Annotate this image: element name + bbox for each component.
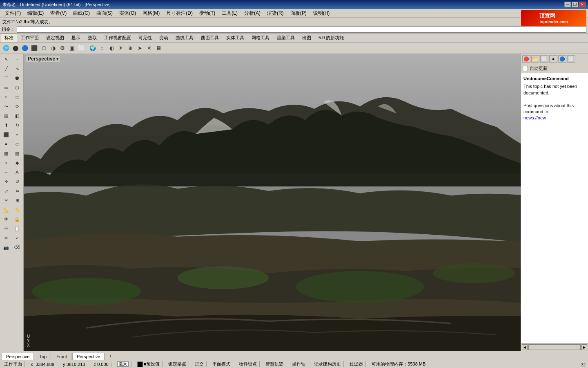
toolbar-tab-1[interactable]: 工作平面 bbox=[17, 34, 42, 42]
menu-item-P[interactable]: 面板(P) bbox=[287, 9, 310, 18]
menu-item-E[interactable]: 编辑(E) bbox=[24, 9, 47, 18]
loft-icon[interactable]: ◧ bbox=[12, 111, 22, 120]
close-button[interactable]: ✕ bbox=[579, 2, 586, 7]
globe-icon[interactable]: 🌐 bbox=[2, 44, 11, 53]
bottom-tab-0[interactable]: Perspective bbox=[2, 353, 34, 360]
move-icon[interactable]: ✛ bbox=[1, 177, 11, 186]
globe2-icon[interactable]: 🌍 bbox=[88, 44, 97, 53]
bottom-tab-1[interactable]: Top bbox=[35, 353, 51, 360]
toolbar-tab-3[interactable]: 显示 bbox=[68, 34, 84, 42]
pt-icon[interactable]: • bbox=[1, 158, 11, 167]
cyl-icon[interactable]: ⬭ bbox=[12, 139, 22, 148]
tech-icon[interactable]: ⚙ bbox=[58, 44, 67, 53]
snap-toggle[interactable]: 物件锁点 bbox=[236, 361, 260, 367]
operation-axis[interactable]: 操作轴 bbox=[290, 361, 308, 367]
camera-icon[interactable]: 📷 bbox=[1, 243, 11, 252]
right-btn-square[interactable]: ⬜ bbox=[567, 55, 575, 63]
monitor-icon[interactable]: 🖥 bbox=[154, 44, 163, 53]
menu-item-V[interactable]: 查看(V) bbox=[47, 9, 70, 18]
viewport-canvas[interactable]: U Y X bbox=[24, 54, 521, 351]
hide-icon[interactable]: 👁 bbox=[1, 215, 11, 224]
pt2-icon[interactable]: ◆ bbox=[12, 158, 22, 167]
toolbar-tab-6[interactable]: 可见性 bbox=[135, 34, 156, 42]
right-btn-folder[interactable]: 📁 bbox=[531, 55, 539, 63]
circle-icon[interactable]: ○ bbox=[98, 44, 107, 53]
toolbar-tab-10[interactable]: 实体工具 bbox=[223, 34, 248, 42]
shaded-icon[interactable]: ⬛ bbox=[30, 44, 39, 53]
cross-icon[interactable]: ✕ bbox=[145, 44, 154, 53]
lock-grid[interactable]: 锁定格点 bbox=[166, 361, 189, 367]
menu-item-R[interactable]: 渲染(R) bbox=[264, 9, 287, 18]
circle2-icon[interactable]: ○ bbox=[1, 92, 11, 101]
filter-btn[interactable]: 过滤器 bbox=[347, 361, 366, 367]
menu-item-C[interactable]: 曲线(C) bbox=[70, 9, 93, 18]
layer-icon[interactable]: ☰ bbox=[1, 224, 11, 233]
menu-item-H[interactable]: 说明(H) bbox=[310, 9, 333, 18]
circle-half-icon[interactable]: ◐ bbox=[107, 44, 116, 53]
arrow-icon[interactable]: ➤ bbox=[135, 44, 144, 53]
prop-icon[interactable]: 📋 bbox=[12, 224, 22, 233]
dot-icon[interactable]: · bbox=[12, 55, 22, 64]
menu-item-T[interactable]: 变动(T) bbox=[196, 9, 218, 18]
mesh2-icon[interactable]: ▤ bbox=[12, 149, 22, 158]
toolbar-tab-8[interactable]: 曲线工具 bbox=[172, 34, 197, 42]
history-toggle[interactable]: 记录建构历史 bbox=[312, 361, 344, 367]
menu-item-O[interactable]: 实体(O) bbox=[116, 9, 139, 18]
line-icon[interactable]: ╱ bbox=[1, 64, 11, 73]
toolbar-tab-9[interactable]: 曲面工具 bbox=[197, 34, 223, 42]
toolbar-tab-7[interactable]: 变动 bbox=[156, 34, 172, 42]
restore-button[interactable]: ❐ bbox=[572, 2, 578, 7]
sphere-icon[interactable]: ⬤ bbox=[11, 44, 20, 53]
poly-icon[interactable]: ⬟ bbox=[12, 74, 22, 83]
smart-track[interactable]: 智慧轨迹 bbox=[263, 361, 286, 367]
viewport-dropdown-arrow[interactable]: ▾ bbox=[56, 57, 58, 61]
join-icon[interactable]: ⊞ bbox=[12, 196, 22, 205]
right-btn-red[interactable]: 🔴 bbox=[522, 55, 530, 63]
toolbar-tab-4[interactable]: 选取 bbox=[84, 34, 100, 42]
bottom-tab-2[interactable]: Front bbox=[52, 353, 71, 360]
lock-icon[interactable]: 🔒 bbox=[12, 215, 22, 224]
trim-icon[interactable]: ✂ bbox=[1, 196, 11, 205]
flat-mode[interactable]: 平面模式 bbox=[210, 361, 233, 367]
check-icon[interactable]: ✓ bbox=[12, 233, 22, 242]
toolbar-tab-11[interactable]: 网格工具 bbox=[248, 34, 273, 42]
analyze-icon[interactable]: 📐 bbox=[1, 205, 11, 214]
toolbar-tab-14[interactable]: 5.0 的新功能 bbox=[315, 34, 347, 42]
wireframe-icon[interactable]: ⬡ bbox=[39, 44, 48, 53]
mirror-icon[interactable]: ⇔ bbox=[12, 186, 22, 195]
render-sphere-icon[interactable]: 🔵 bbox=[20, 44, 29, 53]
dim-icon[interactable]: ↔ bbox=[1, 168, 11, 177]
ellipse-icon[interactable]: ⬭ bbox=[12, 92, 22, 101]
helix-icon[interactable]: ⟳ bbox=[12, 102, 22, 111]
scale-icon[interactable]: ⤢ bbox=[1, 186, 11, 195]
menu-item-F[interactable]: 文件(F) bbox=[2, 9, 24, 18]
toolbar-tab-13[interactable]: 出图 bbox=[298, 34, 315, 42]
toolbar-tab-5[interactable]: 工作视窗配置 bbox=[100, 34, 135, 42]
mesh-icon[interactable]: ▦ bbox=[1, 149, 11, 158]
toolbar-tab-2[interactable]: 设定视图 bbox=[42, 34, 68, 42]
minimize-button[interactable]: ─ bbox=[564, 2, 571, 7]
measure-icon[interactable]: 📏 bbox=[12, 205, 22, 214]
text-icon[interactable]: A bbox=[12, 168, 22, 177]
right-btn-red2[interactable]: ● bbox=[549, 55, 557, 63]
right-btn-white[interactable]: ⬜ bbox=[540, 55, 548, 63]
menu-item-L[interactable]: 工具(L) bbox=[218, 9, 241, 18]
flatten-icon[interactable]: ⬜ bbox=[77, 44, 86, 53]
spline-icon[interactable]: 〜 bbox=[1, 102, 11, 111]
bottom-tab-3[interactable]: Perspective bbox=[72, 353, 105, 360]
toolbar-tab-0[interactable]: 标准 bbox=[1, 34, 17, 42]
menu-item-S[interactable]: 曲面(S) bbox=[93, 9, 116, 18]
arc-icon[interactable]: ⌒ bbox=[1, 74, 11, 83]
curve-icon[interactable]: ∿ bbox=[12, 64, 22, 73]
revolve-icon[interactable]: ↻ bbox=[12, 121, 22, 130]
auto-update-checkbox[interactable] bbox=[523, 66, 528, 71]
polygon-icon[interactable]: ⬡ bbox=[12, 83, 22, 92]
viewport-label[interactable]: Perspective ▾ bbox=[26, 56, 60, 62]
help-link[interactable]: news://new bbox=[523, 115, 546, 120]
scroll-right-btn[interactable]: ▶ bbox=[581, 344, 587, 350]
menu-item-A[interactable]: 分析(A) bbox=[241, 9, 264, 18]
menu-item-D[interactable]: 尺寸标注(D) bbox=[163, 9, 196, 18]
ortho-toggle[interactable]: 正交 bbox=[192, 361, 207, 367]
scroll-left-btn[interactable]: ◀ bbox=[522, 344, 528, 350]
sphere2-icon[interactable]: ● bbox=[1, 139, 11, 148]
